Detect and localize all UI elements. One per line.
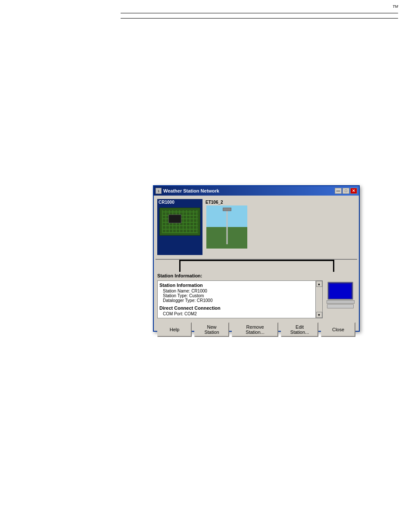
sensor [223, 208, 231, 211]
window-controls: — □ ✕ [335, 188, 357, 194]
title-bar-left: 1 Weather Station Network [156, 188, 219, 194]
pole [226, 210, 227, 244]
station-label-cr1000: CR1000 [157, 199, 202, 205]
dialog-icon: 1 [156, 188, 162, 194]
maximize-button[interactable]: □ [342, 188, 349, 194]
vert-line-left [179, 260, 181, 272]
station-card-cr1000[interactable]: CR1000 [157, 199, 202, 255]
new-station-button[interactable]: New Station [194, 322, 229, 337]
keyboard [327, 304, 354, 308]
top-line2 [121, 18, 398, 19]
info-row-datalogger: Datalogger Type: CR1000 [163, 298, 313, 303]
edit-station-button[interactable]: Edit Station... [281, 322, 318, 337]
minimize-button[interactable]: — [335, 188, 342, 194]
scroll-down[interactable]: ▼ [316, 312, 322, 318]
close-window-button[interactable]: ✕ [350, 188, 357, 194]
circuit-board-image [159, 208, 200, 236]
title-bar: 1 Weather Station Network — □ ✕ [154, 186, 359, 196]
remove-station-button[interactable]: Remove Station... [232, 322, 278, 337]
horiz-line [179, 260, 334, 261]
scrollbar[interactable]: ▲ ▼ [315, 281, 322, 318]
info-box: Station Information Station Name: CR1000… [157, 280, 323, 318]
info-section: Station Information Station Name: CR1000… [156, 279, 357, 320]
connection-lines-area [156, 260, 357, 272]
connection-com: COM Port: COM2 [163, 311, 313, 316]
station-info-header: Station Information: [156, 272, 357, 279]
computer-base [327, 300, 355, 304]
weather-station-image [206, 205, 247, 249]
scroll-thumb [316, 287, 322, 312]
chip [168, 215, 181, 223]
connection-title: Direct Connect Connection [159, 305, 313, 311]
dialog-body: CR1000 ET106_2 Stati [154, 196, 359, 331]
computer-icon [325, 280, 355, 308]
monitor [327, 282, 353, 300]
info-content: Station Information Station Name: CR1000… [159, 283, 321, 316]
scroll-up[interactable]: ▲ [316, 281, 322, 287]
help-button[interactable]: Help [157, 322, 192, 337]
top-line1 [121, 13, 398, 13]
station-card-et106[interactable]: ET106_2 [204, 199, 249, 255]
buttons-row: Help New Station Remove Station... Edit … [156, 320, 357, 339]
dialog-title: Weather Station Network [163, 188, 219, 193]
close-button[interactable]: Close [321, 322, 355, 337]
station-label-et106: ET106_2 [204, 199, 249, 205]
dialog-window: 1 Weather Station Network — □ ✕ CR1000 E… [153, 185, 360, 332]
monitor-screen [330, 284, 351, 299]
info-row-type: Station Type: Custom [163, 293, 313, 298]
top-section: TM [0, 0, 411, 34]
vert-line-right [333, 260, 334, 272]
stations-area: CR1000 ET106_2 [156, 197, 357, 260]
info-row-name: Station Name: CR1000 [163, 289, 313, 293]
info-title: Station Information [159, 283, 313, 288]
tm-mark: TM [392, 4, 398, 9]
